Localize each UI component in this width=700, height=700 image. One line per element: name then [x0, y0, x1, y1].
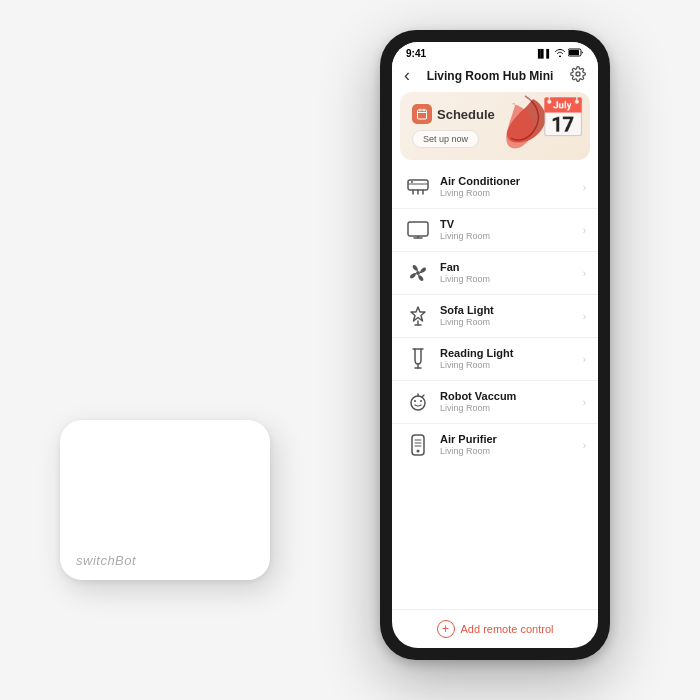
list-item[interactable]: TV Living Room › — [392, 209, 598, 252]
schedule-banner[interactable]: Schedule Set up now 📅 — [400, 92, 590, 160]
wifi-icon — [555, 49, 565, 59]
chevron-right-icon: › — [583, 397, 586, 408]
svg-point-24 — [420, 400, 422, 402]
chevron-right-icon: › — [583, 440, 586, 451]
svg-rect-1 — [569, 50, 579, 55]
phone-screen: 9:41 ▐▌▌ — [392, 42, 598, 648]
device-info: TV Living Room — [440, 217, 575, 243]
add-icon: + — [437, 620, 455, 638]
settings-button[interactable] — [570, 66, 586, 85]
svg-point-2 — [576, 72, 580, 76]
calendar-decoration: 📅 — [539, 96, 586, 140]
ac-icon — [404, 173, 432, 201]
device-name: TV — [440, 217, 575, 231]
device-room: Living Room — [440, 360, 575, 372]
svg-point-12 — [411, 181, 413, 183]
add-remote-label: Add remote control — [461, 623, 554, 635]
list-item[interactable]: Air Purifier Living Room › — [392, 424, 598, 466]
device-list: Air Conditioner Living Room › — [392, 166, 598, 609]
chevron-right-icon: › — [583, 311, 586, 322]
banner-left: Schedule Set up now — [412, 104, 495, 148]
hub-brand-label: switchBot — [76, 553, 136, 568]
vacuum-icon — [404, 388, 432, 416]
device-room: Living Room — [440, 403, 575, 415]
setup-button[interactable]: Set up now — [412, 130, 479, 148]
schedule-title: Schedule — [437, 107, 495, 122]
status-icons: ▐▌▌ — [535, 48, 584, 59]
purifier-icon — [404, 431, 432, 459]
tv-icon — [404, 216, 432, 244]
device-name: Air Conditioner — [440, 174, 575, 188]
svg-line-26 — [422, 395, 424, 397]
app-header: ‹ Living Room Hub Mini — [392, 61, 598, 92]
schedule-icon — [412, 104, 432, 124]
svg-rect-3 — [418, 110, 427, 119]
device-room: Living Room — [440, 231, 575, 243]
device-info: Air Conditioner Living Room — [440, 174, 575, 200]
device-room: Living Room — [440, 274, 575, 286]
device-room: Living Room — [440, 446, 575, 458]
device-name: Robot Vaccum — [440, 389, 575, 403]
chevron-right-icon: › — [583, 225, 586, 236]
device-info: Sofa Light Living Room — [440, 303, 575, 329]
phone: 9:41 ▐▌▌ — [380, 30, 610, 660]
signal-icon: ▐▌▌ — [535, 49, 552, 58]
svg-point-31 — [417, 450, 420, 453]
status-time: 9:41 — [406, 48, 426, 59]
status-bar: 9:41 ▐▌▌ — [392, 42, 598, 61]
add-remote-section[interactable]: + Add remote control — [392, 609, 598, 648]
svg-point-23 — [414, 400, 416, 402]
list-item[interactable]: Sofa Light Living Room › — [392, 295, 598, 338]
device-info: Reading Light Living Room — [440, 346, 575, 372]
device-info: Air Purifier Living Room — [440, 432, 575, 458]
sofa-light-icon — [404, 302, 432, 330]
list-item[interactable]: Fan Living Room › — [392, 252, 598, 295]
device-name: Reading Light — [440, 346, 575, 360]
page-title: Living Room Hub Mini — [410, 69, 570, 83]
battery-icon — [568, 48, 584, 59]
chevron-right-icon: › — [583, 182, 586, 193]
svg-point-16 — [416, 271, 420, 275]
device-info: Robot Vaccum Living Room — [440, 389, 575, 415]
device-info: Fan Living Room — [440, 260, 575, 286]
device-name: Air Purifier — [440, 432, 575, 446]
device-room: Living Room — [440, 188, 575, 200]
device-room: Living Room — [440, 317, 575, 329]
device-name: Fan — [440, 260, 575, 274]
svg-rect-13 — [408, 222, 428, 236]
hub-device: switchBot — [60, 420, 270, 580]
svg-point-22 — [411, 396, 425, 410]
list-item[interactable]: Reading Light Living Room › — [392, 338, 598, 381]
list-item[interactable]: Air Conditioner Living Room › — [392, 166, 598, 209]
scene: switchBot 9:41 ▐▌▌ — [0, 0, 700, 700]
chevron-right-icon: › — [583, 268, 586, 279]
reading-light-icon — [404, 345, 432, 373]
svg-rect-7 — [408, 180, 428, 190]
chevron-right-icon: › — [583, 354, 586, 365]
banner-title-row: Schedule — [412, 104, 495, 124]
list-item[interactable]: Robot Vaccum Living Room › — [392, 381, 598, 424]
device-name: Sofa Light — [440, 303, 575, 317]
fan-icon — [404, 259, 432, 287]
